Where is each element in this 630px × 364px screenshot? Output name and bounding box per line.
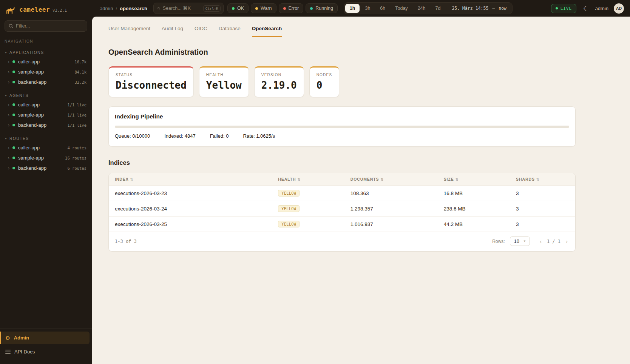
column-header-health[interactable]: HEALTH⇅ <box>272 173 344 186</box>
status-dot-icon <box>12 81 15 83</box>
column-header-index[interactable]: INDEX⇅ <box>109 173 272 186</box>
cell-shards: 3 <box>510 217 575 232</box>
filter-input[interactable] <box>16 23 83 29</box>
stat-value: 0 <box>317 80 332 91</box>
indices-table-card: INDEX⇅ HEALTH⇅ DOCUMENTS⇅ SIZE⇅ SHARDS⇅ … <box>108 173 576 252</box>
admin-tabs: User Management Audit Log OIDC Database … <box>108 17 576 37</box>
navigation-label: NAVIGATION <box>5 39 86 43</box>
table-footer-controls: Rows: 10 ▼ ‹ 1 / 1 › <box>492 237 569 246</box>
sidebar-item-agent-backend[interactable]: › backend-app 1/1 live <box>0 120 92 130</box>
stat-label: NODES <box>317 73 332 77</box>
sidebar-item-app-caller[interactable]: › caller-app 10.7k <box>0 57 92 67</box>
rows-per-page-select[interactable]: 10 ▼ <box>510 237 530 246</box>
avatar[interactable]: AD <box>614 3 624 14</box>
filter-pill-ok[interactable]: OK <box>227 3 249 13</box>
next-page-button[interactable]: › <box>564 238 569 245</box>
page-indicator: 1 / 1 <box>547 239 561 244</box>
tab-audit-log[interactable]: Audit Log <box>162 26 183 37</box>
filter-pill-error[interactable]: Error <box>279 3 304 13</box>
section-header-applications[interactable]: ▼ APPLICATIONS <box>0 49 92 57</box>
pipeline-stat-indexed: Indexed: 4847 <box>164 133 195 139</box>
sidebar-item-route-backend[interactable]: › backend-app 6 routes <box>0 163 92 173</box>
date-from: 25. März 14:55 <box>452 6 488 11</box>
chevron-right-icon: › <box>8 103 9 107</box>
sidebar-item-api-docs[interactable]: API Docs <box>0 346 92 358</box>
item-badge: 1/1 live <box>67 123 86 127</box>
cell-shards: 3 <box>510 201 575 217</box>
tab-user-management[interactable]: User Management <box>108 26 150 37</box>
section-label: ROUTES <box>9 136 29 141</box>
time-range-today[interactable]: Today <box>391 4 412 13</box>
sort-icon: ⇅ <box>297 178 300 181</box>
item-label: caller-app <box>18 145 40 151</box>
time-range-display[interactable]: 25. März 14:55 — now <box>452 6 506 11</box>
prev-page-button[interactable]: ‹ <box>538 238 543 245</box>
indices-table: INDEX⇅ HEALTH⇅ DOCUMENTS⇅ SIZE⇅ SHARDS⇅ … <box>109 173 575 232</box>
search-icon <box>158 6 160 11</box>
stat-cards: STATUS Disconnected HEALTH Yellow VERSIO… <box>108 66 576 97</box>
rows-per-page-value: 10 <box>514 238 519 244</box>
table-footer: 1-3 of 3 Rows: 10 ▼ ‹ 1 / 1 › <box>109 232 575 251</box>
cell-size: 16.8 MB <box>438 186 510 201</box>
time-range-7d[interactable]: 7d <box>431 4 445 13</box>
pipeline-stat-queue: Queue: 0/10000 <box>115 133 150 139</box>
indexing-pipeline-card: Indexing Pipeline Queue: 0/10000 Indexed… <box>108 106 576 147</box>
admin-label: Admin <box>14 335 29 341</box>
pipeline-stats: Queue: 0/10000 Indexed: 4847 Failed: 0 R… <box>115 133 569 139</box>
time-range-6h[interactable]: 6h <box>375 4 390 13</box>
health-badge: YELLOW <box>278 221 300 227</box>
camel-icon <box>5 6 17 14</box>
app-name: cameleer <box>19 6 50 13</box>
sidebar-item-admin[interactable]: ⚙ Admin <box>0 332 90 344</box>
pill-label: Error <box>289 6 299 11</box>
filter-pill-running[interactable]: Running <box>306 3 338 13</box>
sidebar-item-app-sample[interactable]: › sample-app 84.1k <box>0 67 92 77</box>
time-range-24h[interactable]: 24h <box>413 4 430 13</box>
tab-database[interactable]: Database <box>219 26 241 37</box>
sidebar-item-app-backend[interactable]: › backend-app 32.2k <box>0 77 92 87</box>
sort-icon: ⇅ <box>456 178 459 181</box>
topbar: admin / opensearch Ctrl+K OK <box>92 0 630 17</box>
cell-size: 44.2 MB <box>438 217 510 232</box>
table-row[interactable]: executions-2026-03-23 YELLOW 108.363 16.… <box>109 186 575 201</box>
sidebar-item-agent-caller[interactable]: › caller-app 1/1 live <box>0 100 92 110</box>
health-badge: YELLOW <box>278 190 300 197</box>
stat-value: Yellow <box>206 80 242 91</box>
global-search[interactable]: Ctrl+K <box>153 3 224 14</box>
stat-value: 2.19.0 <box>261 80 297 91</box>
table-row[interactable]: executions-2026-03-25 YELLOW 1.016.937 4… <box>109 217 575 232</box>
breadcrumb: admin / opensearch <box>100 6 147 11</box>
cell-size: 238.6 MB <box>438 201 510 217</box>
page-title: OpenSearch Administration <box>108 48 576 57</box>
sidebar-item-agent-sample[interactable]: › sample-app 1/1 live <box>0 110 92 120</box>
time-range-3h[interactable]: 3h <box>360 4 375 13</box>
sidebar-item-route-caller[interactable]: › caller-app 4 routes <box>0 143 92 153</box>
column-header-size[interactable]: SIZE⇅ <box>438 173 510 186</box>
tab-oidc[interactable]: OIDC <box>195 26 207 37</box>
live-toggle[interactable]: LIVE <box>551 4 577 13</box>
sidebar-filter[interactable] <box>5 20 87 32</box>
filter-pill-warn[interactable]: Warn <box>251 3 276 13</box>
section-header-agents[interactable]: ▼ AGENTS <box>0 92 92 100</box>
dark-mode-toggle[interactable]: ☾ <box>582 4 590 13</box>
search-input[interactable] <box>163 6 201 11</box>
live-dot-icon <box>556 7 558 9</box>
user-name: admin <box>595 6 608 11</box>
sidebar-item-route-sample[interactable]: › sample-app 16 routes <box>0 153 92 163</box>
app-logo: cameleer v3.2.1 <box>0 0 92 20</box>
table-row[interactable]: executions-2026-03-24 YELLOW 1.298.357 2… <box>109 201 575 217</box>
column-header-documents[interactable]: DOCUMENTS⇅ <box>344 173 438 186</box>
column-header-shards[interactable]: SHARDS⇅ <box>510 173 575 186</box>
time-range-1h[interactable]: 1h <box>345 4 360 13</box>
sort-icon: ⇅ <box>380 178 383 181</box>
item-badge: 32.2k <box>74 80 86 84</box>
warn-dot-icon <box>255 7 258 10</box>
stat-card-version: VERSION 2.19.0 <box>254 66 304 97</box>
chevron-right-icon: › <box>8 156 9 160</box>
breadcrumb-admin[interactable]: admin <box>100 6 113 11</box>
item-label: sample-app <box>18 69 44 75</box>
item-badge: 4 routes <box>67 146 86 150</box>
tab-opensearch[interactable]: OpenSearch <box>252 26 282 37</box>
chevron-right-icon: › <box>8 60 9 64</box>
section-header-routes[interactable]: ▼ ROUTES <box>0 135 92 143</box>
